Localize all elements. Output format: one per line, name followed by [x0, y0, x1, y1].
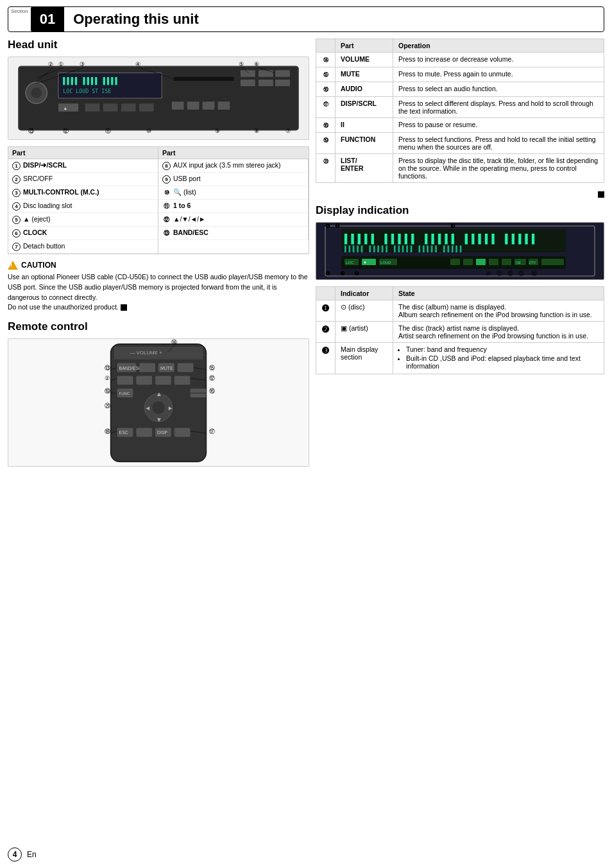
part-row-5-col2: ⑫ ▲/▼/◄/► — [158, 213, 309, 227]
svg-rect-17 — [58, 103, 78, 111]
svg-rect-21 — [121, 103, 136, 111]
operations-table: Part Operation ⑭ VOLUME Press to increas… — [316, 39, 604, 183]
svg-text:LOUD: LOUD — [380, 261, 391, 265]
part-row-1-col1: 1 DISP/➔/SCRL — [8, 159, 158, 173]
svg-text:⑥: ⑥ — [254, 61, 259, 67]
display-indication-section: Display indication ▌▌▌▌▌ ▌▌▌▌▌ ▌▌▌▌▌ ▌▌▌… — [316, 204, 604, 374]
svg-rect-47 — [139, 363, 155, 372]
svg-text:▼: ▼ — [156, 416, 162, 423]
caution-label: CAUTION — [21, 261, 56, 270]
svg-text:❻: ❻ — [340, 279, 345, 279]
svg-text:③: ③ — [80, 61, 85, 67]
ops-col-num-header — [316, 39, 336, 53]
svg-text:MUTE: MUTE — [160, 366, 173, 370]
page-title: Operating this unit — [64, 7, 208, 31]
svg-text:❽: ❽ — [354, 279, 359, 279]
svg-rect-104 — [502, 259, 511, 265]
part-row-4-col2: ⑪ 1 to 6 — [158, 200, 309, 213]
svg-rect-22 — [139, 103, 154, 111]
remote-control-section: Remote control — VOLUME + BAND/ESC MUTE — [8, 320, 309, 467]
svg-text:⑩: ⑩ — [146, 128, 151, 134]
parts-table: Part Part 1 DISP/➔/SCRL 8 AUX input jack… — [8, 146, 309, 254]
svg-text:⑭: ⑭ — [531, 270, 537, 277]
part-row-3-col1: 3 MULTI-CONTROL (M.C.) — [8, 186, 158, 200]
svg-text:⑫: ⑫ — [63, 128, 69, 134]
svg-text:⑰: ⑰ — [209, 428, 215, 435]
part-row-5-col1: 5 ▲ (eject) — [8, 213, 158, 227]
svg-text:②: ② — [105, 375, 110, 381]
part-row-2-col1: 2 SRC/OFF — [8, 173, 158, 186]
svg-text:⑤: ⑤ — [239, 61, 244, 67]
svg-text:⑯: ⑯ — [209, 388, 215, 394]
part-row-4-col1: 4 Disc loading slot — [8, 200, 158, 213]
svg-rect-51 — [117, 376, 133, 385]
svg-text:⑩: ⑩ — [486, 270, 491, 277]
svg-text:⑬: ⑬ — [518, 270, 524, 277]
indicator-table: Indicator State ❶ ⊙ (disc) The disc (alb… — [316, 286, 604, 374]
svg-rect-100 — [450, 259, 460, 265]
caution-title: CAUTION — [8, 261, 309, 270]
svg-text:DTV: DTV — [529, 261, 536, 265]
svg-text:⑦: ⑦ — [285, 128, 291, 134]
language-label: En — [27, 850, 37, 859]
svg-text:BAND/ESC: BAND/ESC — [119, 366, 142, 370]
svg-text:①: ① — [58, 61, 64, 67]
svg-text:❺: ❺ — [325, 270, 330, 277]
svg-rect-50 — [178, 363, 194, 372]
svg-rect-101 — [463, 259, 473, 265]
stop-icon-small — [598, 191, 604, 198]
svg-rect-11 — [259, 80, 273, 86]
svg-text:▼: ▼ — [363, 261, 367, 265]
svg-rect-54 — [174, 376, 191, 385]
svg-text:⑪: ⑪ — [497, 270, 502, 277]
parts-col1-header: Part — [8, 147, 158, 159]
table-row: ⑯ AUDIO Press to select an audio functio… — [316, 82, 604, 97]
table-row: ⑳ LIST/ENTER Press to display the disc t… — [316, 154, 604, 183]
section-number: 01 — [31, 7, 64, 31]
parts-col2-header: Part — [158, 147, 309, 159]
svg-text:⑳: ⑳ — [105, 403, 110, 409]
display-indication-heading: Display indication — [316, 204, 604, 217]
svg-rect-12 — [275, 80, 290, 86]
svg-text:❾: ❾ — [354, 270, 359, 277]
svg-rect-16 — [218, 101, 230, 109]
svg-rect-69 — [174, 428, 191, 437]
part-row-6-col2: ⑬ BAND/ESC — [158, 227, 309, 240]
svg-text:⑬: ⑬ — [105, 365, 110, 371]
svg-point-5 — [31, 87, 42, 98]
svg-text:❶: ❶ — [325, 223, 330, 229]
svg-rect-53 — [155, 376, 171, 385]
head-unit-diagram: ▌▌▌▌ ▌▌▌▌ ▌▌▌▌ LOC LOUD ST ISE — [8, 56, 309, 140]
svg-rect-14 — [187, 101, 200, 109]
svg-text:⑪: ⑪ — [105, 128, 111, 134]
ind-state-header: State — [393, 287, 604, 300]
svg-rect-7 — [241, 70, 255, 76]
ops-col-operation-header: Operation — [393, 39, 604, 53]
page-header: Section 01 Operating this unit — [8, 6, 604, 32]
svg-text:⑱: ⑱ — [105, 428, 110, 435]
svg-text:④: ④ — [135, 61, 140, 67]
ops-col-part-header: Part — [336, 39, 393, 53]
page-number: 4 — [8, 847, 22, 862]
display-diagram: ▌▌▌▌▌ ▌▌▌▌▌ ▌▌▌▌▌ ▌▌▌▌▌ ▌▌▌▌▌ ▌▌▌▌▌ ▌▌▌▌… — [316, 222, 604, 280]
svg-text:❼: ❼ — [340, 270, 345, 277]
caution-text: Use an optional Pioneer USB cable (CD-U5… — [8, 272, 309, 313]
caution-section: CAUTION Use an optional Pioneer USB cabl… — [8, 261, 309, 313]
svg-text:❸: ❸ — [450, 223, 455, 229]
svg-text:◄: ◄ — [144, 404, 151, 412]
svg-text:▌▌▌▌▌ ▌▌▌▌▌ ▌▌▌▌▌ ▌▌▌▌▌ ▌▌▌▌▌: ▌▌▌▌▌ ▌▌▌▌▌ ▌▌▌▌▌ ▌▌▌▌▌ ▌▌▌▌▌ — [344, 245, 464, 253]
svg-rect-66 — [136, 428, 152, 437]
svg-rect-9 — [275, 70, 290, 76]
svg-text:— VOLUME +: — VOLUME + — [130, 350, 162, 356]
head-unit-heading: Head unit — [8, 39, 309, 51]
svg-text:⑨: ⑨ — [215, 128, 220, 134]
part-row-3-col2: ⑩ 🔍 (list) — [158, 186, 309, 200]
caution-icon — [8, 261, 18, 270]
svg-text:▲: ▲ — [156, 390, 162, 397]
remote-diagram: — VOLUME + BAND/ESC MUTE ▲ — [8, 338, 309, 467]
svg-text:LOC   LOUD   ST  ISE: LOC LOUD ST ISE — [63, 88, 111, 94]
svg-rect-109 — [541, 259, 564, 265]
table-row: ⑮ MUTE Press to mute. Press again to unm… — [316, 67, 604, 82]
svg-text:⑬: ⑬ — [28, 128, 34, 134]
svg-text:⑲: ⑲ — [105, 388, 110, 394]
